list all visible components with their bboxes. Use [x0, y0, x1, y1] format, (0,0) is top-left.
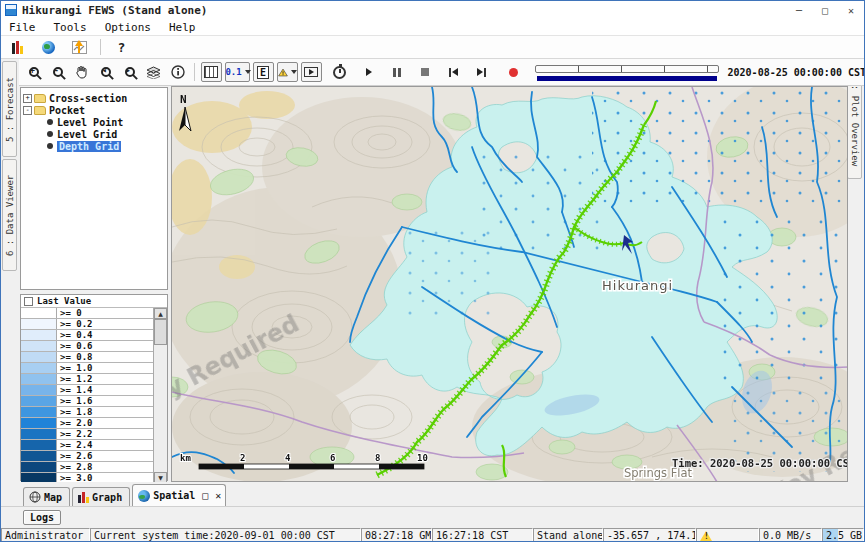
legend-row[interactable]: >= 0.6 [21, 341, 153, 352]
tree-item-cross-section[interactable]: + Cross-section [23, 92, 165, 104]
legend-label: >= 1.0 [57, 363, 153, 373]
pause-button[interactable] [387, 62, 408, 82]
menu-options[interactable]: Options [101, 20, 159, 35]
zoom-in-button[interactable]: + [23, 62, 44, 82]
zoom-out-button[interactable]: - [47, 62, 68, 82]
tree-item-label[interactable]: Pocket [49, 105, 85, 116]
tree-item-level-point[interactable]: Level Point [23, 116, 165, 128]
grid-display-button[interactable] [201, 62, 222, 82]
scrollbar-track[interactable] [154, 319, 167, 472]
legend-swatch [21, 429, 57, 439]
layers-icon [146, 66, 161, 79]
logs-button[interactable]: Logs [23, 510, 61, 525]
tree-item-level-grid[interactable]: Level Grid [23, 128, 165, 140]
time-slider-track[interactable] [535, 65, 719, 73]
tree-item-label[interactable]: Cross-section [49, 93, 127, 104]
legend-row[interactable]: >= 2.8 [21, 462, 153, 473]
legend-row[interactable]: >= 0 [21, 308, 153, 319]
menu-help[interactable]: Help [165, 20, 204, 35]
map-display-button[interactable] [38, 37, 59, 57]
bullet-icon [47, 143, 53, 149]
tab-close-icon[interactable]: ✕ [215, 490, 221, 501]
timeseries-button[interactable] [69, 37, 90, 57]
info-icon [171, 65, 185, 79]
collapse-icon[interactable]: - [23, 106, 32, 115]
last-value-checkbox[interactable] [24, 297, 33, 306]
play-button[interactable] [359, 62, 380, 82]
expand-icon[interactable]: + [23, 94, 32, 103]
warning-dropdown[interactable] [277, 62, 298, 82]
pan-button[interactable] [71, 62, 92, 82]
skip-end-button[interactable] [471, 62, 492, 82]
minimize-icon[interactable]: ─ [786, 2, 812, 18]
legend-row[interactable]: >= 1.6 [21, 396, 153, 407]
main-area: 5 : Forecast 6 : Data Viewer 3 : Plot Ov… [1, 59, 864, 482]
legend-row[interactable]: >= 1.4 [21, 385, 153, 396]
legend-row[interactable]: >= 2.6 [21, 451, 153, 462]
record-button[interactable] [503, 62, 524, 82]
threshold-value: 0.1 [225, 67, 241, 77]
help-button[interactable]: ? [111, 37, 132, 57]
last-value-label: Last Value [37, 296, 91, 306]
town-label: Hikurangi [602, 278, 673, 293]
status-warning[interactable] [696, 528, 759, 542]
warning-icon [700, 531, 712, 541]
legend-row[interactable]: >= 0.4 [21, 330, 153, 341]
info-button[interactable] [167, 62, 188, 82]
legend-row[interactable]: >= 1.2 [21, 374, 153, 385]
legend-label: >= 0.8 [57, 352, 153, 362]
tab-spatial[interactable]: Spatial □ ✕ [132, 484, 226, 506]
tree-item-label[interactable]: Level Point [57, 117, 123, 128]
legend-row[interactable]: >= 1.8 [21, 407, 153, 418]
tab-graph[interactable]: Graph [72, 487, 130, 506]
label-toggle-button[interactable]: E [253, 62, 274, 82]
tab-forecast[interactable]: 5 : Forecast [2, 61, 17, 157]
stop-button[interactable] [415, 62, 436, 82]
legend-row[interactable]: >= 0.2 [21, 319, 153, 330]
play-box-icon [304, 67, 318, 77]
tree-item-depth-grid[interactable]: Depth Grid [23, 140, 165, 152]
maximize-icon[interactable]: □ [812, 2, 838, 18]
tree-item-label[interactable]: Level Grid [57, 129, 117, 140]
contour-threshold-dropdown[interactable]: 0.1 [225, 62, 250, 82]
database-chart-button[interactable] [7, 37, 28, 57]
map-canvas[interactable]: API Key Required API Key Required N Hiku… [171, 86, 848, 482]
legend-label: >= 1.2 [57, 374, 153, 384]
legend-scrollbar[interactable]: ▲ ▼ [154, 308, 167, 483]
scrollbar-thumb[interactable] [154, 319, 167, 345]
legend-swatch [21, 396, 57, 406]
tab-maximize-icon[interactable]: □ [202, 490, 208, 501]
close-icon[interactable]: ✕ [838, 2, 864, 18]
skip-start-button[interactable] [443, 62, 464, 82]
layers-button[interactable] [143, 62, 164, 82]
legend-row[interactable]: >= 2.0 [21, 418, 153, 429]
zoom-next-button[interactable]: ▸ [119, 62, 140, 82]
menu-tools[interactable]: Tools [50, 20, 95, 35]
tree-item-pocket[interactable]: - Pocket [23, 104, 165, 116]
legend-row[interactable]: >= 0.8 [21, 352, 153, 363]
help-icon: ? [118, 40, 126, 55]
tab-map[interactable]: Map [23, 487, 70, 506]
play-icon [366, 68, 372, 76]
time-slider[interactable] [535, 63, 719, 81]
svg-text:N: N [180, 93, 187, 106]
main-toolbar: ? [1, 36, 864, 59]
folder-icon [34, 94, 46, 103]
tree-item-label-selected[interactable]: Depth Grid [57, 141, 121, 152]
animation-settings-button[interactable] [329, 62, 350, 82]
menu-file[interactable]: File [5, 20, 44, 35]
legend-list: >= 0>= 0.2>= 0.4>= 0.6>= 0.8>= 1.0>= 1.2… [21, 308, 167, 483]
zoom-previous-button[interactable]: ◂ [95, 62, 116, 82]
current-map-datetime: 2020-08-25 00:00:00 CST [728, 67, 865, 78]
legend-label: >= 1.8 [57, 407, 153, 417]
legend-row[interactable]: >= 2.4 [21, 440, 153, 451]
scroll-up-icon[interactable]: ▲ [154, 308, 167, 319]
legend-swatch [21, 363, 57, 373]
warning-icon [278, 66, 288, 79]
legend-row[interactable]: >= 1.0 [21, 363, 153, 374]
legend-row[interactable]: >= 2.2 [21, 429, 153, 440]
bar-chart-icon [78, 492, 89, 503]
svg-text:2: 2 [240, 453, 245, 463]
animation-button[interactable] [301, 62, 322, 82]
tab-data-viewer[interactable]: 6 : Data Viewer [2, 159, 17, 271]
